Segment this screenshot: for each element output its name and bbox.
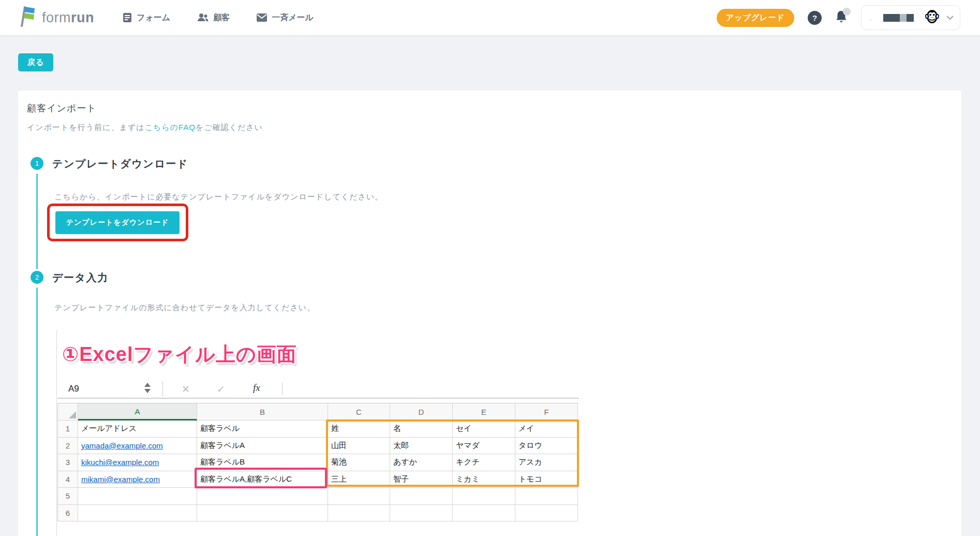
formula-cancel-icon: ✕ (182, 383, 190, 395)
step-2-title: データ入力 (52, 271, 108, 285)
faq-link[interactable]: こちらのFAQ (145, 123, 196, 132)
orange-annotation-box (326, 419, 579, 487)
avatar: 🐵 (923, 8, 941, 27)
page-subtitle: インポートを行う前に、まずはこちらのFAQをご確認ください (27, 123, 263, 133)
form-icon (123, 13, 132, 22)
col-header: E (453, 403, 515, 421)
nav-item-bulk-mail[interactable]: 一斉メール (257, 12, 314, 23)
notifications-button[interactable] (835, 10, 848, 25)
import-card: 顧客インポート インポートを行う前に、まずはこちらのFAQをご確認ください 1 … (18, 91, 961, 536)
col-header: C (328, 403, 390, 421)
bell-icon (835, 16, 848, 25)
email-cell: mikami@example.com (81, 475, 160, 484)
header-right: アップグレード ? . 🐵 (717, 5, 960, 30)
formula-confirm-icon: ✓ (217, 383, 225, 395)
corner-select-icon (58, 403, 78, 421)
help-icon[interactable]: ? (808, 11, 822, 25)
cell-name-box: A9 (68, 384, 79, 394)
customers-icon (197, 13, 209, 22)
main-nav: フォーム 顧客 一斉メール (123, 12, 314, 23)
step-2-description: テンプレートファイルの形式に合わせてデータを入力してください。 (54, 303, 315, 313)
col-header: F (515, 403, 578, 421)
table-row: 6 (58, 505, 578, 522)
col-header: B (197, 403, 328, 421)
upgrade-button[interactable]: アップグレード (717, 9, 794, 27)
chevron-down-icon (946, 13, 954, 22)
logo-flag-icon (18, 5, 37, 30)
fx-icon: fx (253, 382, 260, 394)
step-1-title: テンプレートダウンロード (52, 157, 188, 171)
back-button[interactable]: 戻る (18, 53, 53, 71)
notification-badge (843, 8, 851, 16)
nav-label: 顧客 (213, 12, 230, 23)
step-1-description: こちらから、インポートに必要なテンプレートファイルをダウンロードしてください。 (54, 192, 383, 202)
bulk-mail-icon (257, 13, 267, 22)
nav-label: 一斉メール (272, 12, 314, 23)
excel-caption: ①Excelファイル上の画面 (62, 341, 297, 368)
formrun-logo[interactable]: formrun (18, 5, 94, 30)
email-cell: kikuchi@example.com (81, 458, 159, 467)
step-connector-line (36, 173, 38, 269)
col-header: A (78, 403, 197, 421)
name-box-spinner-icon (144, 383, 151, 393)
logo-text: formrun (42, 10, 94, 26)
email-cell: yamada@example.com (81, 441, 163, 450)
top-navbar: formrun フォーム 顧客 一斉メール (0, 0, 980, 35)
step-1-badge: 1 (31, 157, 43, 170)
user-name-prefix: . (870, 14, 872, 22)
step-2-badge: 2 (31, 271, 43, 284)
nav-label: フォーム (137, 12, 170, 23)
page-title: 顧客インポート (27, 102, 97, 114)
nav-item-forms[interactable]: フォーム (123, 12, 170, 23)
excel-formula-bar: A9 ✕ ✓ fx (57, 380, 579, 399)
user-name-redacted (883, 14, 914, 22)
col-header: D (390, 403, 453, 421)
step-connector-line (36, 287, 38, 536)
excel-screenshot: ①Excelファイル上の画面 A9 ✕ ✓ fx A B C D E F (56, 330, 580, 536)
user-menu[interactable]: . 🐵 (861, 5, 960, 30)
template-download-button[interactable]: テンプレートをダウンロード (55, 211, 180, 234)
excel-column-headers: A B C D E F (58, 403, 578, 421)
nav-item-customers[interactable]: 顧客 (197, 12, 230, 23)
pink-annotation-box (195, 468, 327, 488)
table-row: 5 (58, 488, 578, 505)
page: formrun フォーム 顧客 一斉メール (0, 0, 980, 536)
